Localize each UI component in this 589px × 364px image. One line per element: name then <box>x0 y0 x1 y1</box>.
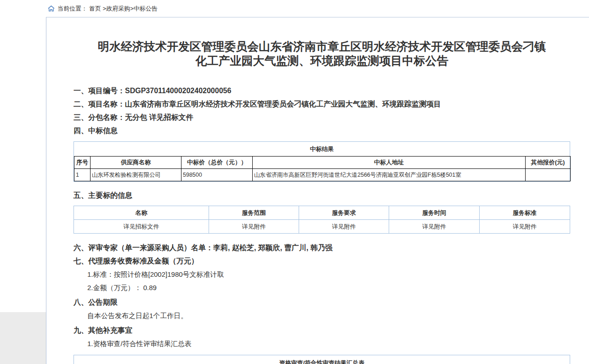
award-table-cell-price: 598500 <box>181 169 253 181</box>
notice-period-text: 自本公告发布之日起1个工作日。 <box>74 309 570 322</box>
section-agency-fee-heading: 七、代理服务收费标准及金额（万元） <box>74 254 570 268</box>
award-table-cell-supplier: 山东环发检验检测有限公司 <box>91 169 181 181</box>
award-table-header-cell: 中标价（总价（元）） <box>181 157 253 169</box>
breadcrumb-link-home[interactable]: 首页 <box>89 5 101 13</box>
award-table-cell-index: 1 <box>74 169 91 181</box>
subject-table-cell: 详见附件 <box>299 220 389 234</box>
award-table-header-cell: 中标人地址 <box>253 157 526 169</box>
award-table-caption: 中标结果 <box>74 142 570 156</box>
award-table-header-row: 序号 供应商名称 中标价（总价（元）） 中标人地址 其他报价(元) <box>74 157 571 169</box>
section-subpackage: 三、分包名称：无分包 详见招标文件 <box>74 111 570 124</box>
subject-table-header-cell: 服务范围 <box>209 206 299 220</box>
subject-table-cell: 详见招标文件 <box>74 220 209 234</box>
breadcrumb: 当前位置： 首页 > 政府采购 > 中标公告 <box>0 0 589 17</box>
other-item-text: 1.资格审查/符合性评审结果汇总表 <box>74 337 570 350</box>
award-table-header-cell: 序号 <box>74 157 91 169</box>
section-main-subject-heading: 五、主要标的信息 <box>74 189 570 202</box>
subject-table: 名称 服务范围 服务要求 服务时间 服务标准 详见招标文件 详见附件 详见附件 … <box>74 206 570 234</box>
subject-table-header-cell: 服务时间 <box>389 206 480 220</box>
subject-table-row: 详见招标文件 详见附件 详见附件 详见附件 详见附件 <box>74 220 570 234</box>
page-title: 明水经济技术开发区管理委员会山东省济南市章丘区明水经济技术开发区管理委员会刁镇化… <box>97 39 547 68</box>
award-result-table: 中标结果 序号 供应商名称 中标价（总价（元）） 中标人地址 其他报价(元) 1… <box>74 141 570 182</box>
content-panel: 明水经济技术开发区管理委员会山东省济南市章丘区明水经济技术开发区管理委员会刁镇化… <box>46 17 589 364</box>
subject-table-cell: 详见附件 <box>480 220 570 234</box>
award-table-header-cell: 其他报价(元) <box>526 157 571 169</box>
section-other-heading: 九、其他补充事宜 <box>74 324 570 337</box>
subject-table-header-cell: 服务要求 <box>299 206 389 220</box>
home-icon <box>48 6 55 12</box>
award-table-header-cell: 供应商名称 <box>91 157 181 169</box>
subject-table-cell: 详见附件 <box>389 220 480 234</box>
breadcrumb-link-category[interactable]: 政府采购 <box>106 5 130 13</box>
subject-table-cell: 详见附件 <box>209 220 299 234</box>
section-experts: 六、评审专家（单一来源采购人员）名单：李莉, 赵松芝, 郑颖欣, 曹广川, 韩乃… <box>74 241 570 254</box>
review-table-caption: 资格审查/符合性审查结果汇总表 <box>74 355 570 364</box>
award-table-row: 1 山东环发检验检测有限公司 598500 山东省济南市高新区巨野河街道世纪大道… <box>74 169 571 181</box>
subject-table-header-cell: 名称 <box>74 206 209 220</box>
award-table-cell-other-quote <box>526 169 571 181</box>
left-margin-shade <box>0 312 46 364</box>
section-award-info-heading: 四、中标信息 <box>74 124 570 137</box>
breadcrumb-label: 当前位置： <box>57 5 87 13</box>
breadcrumb-separator-1: > <box>101 5 106 12</box>
subject-table-header-row: 名称 服务范围 服务要求 服务时间 服务标准 <box>74 206 570 220</box>
fee-standard-text: 1.标准：按照计价格[2002]1980号文标准计取 <box>74 268 570 281</box>
section-project-no: 一、项目编号：SDGP370114000202402000056 <box>74 84 570 97</box>
subject-table-header-cell: 服务标准 <box>480 206 570 220</box>
award-table-cell-address: 山东省济南市高新区巨野河街道世纪大道2566号济南迪亚双创产业园F栋5楼501室 <box>253 169 526 181</box>
breadcrumb-separator-2: > <box>130 5 134 12</box>
section-project-name: 二、项目名称：山东省济南市章丘区明水经济技术开发区管理委员会刁镇化工产业园大气监… <box>74 97 570 111</box>
section-notice-period-heading: 八、公告期限 <box>74 296 570 309</box>
breadcrumb-link-page[interactable]: 中标公告 <box>134 5 158 13</box>
review-result-table: 资格审查/符合性审查结果汇总表 序号 投标人名称 审查结果 <box>74 355 570 364</box>
fee-amount-text: 2.金额（万元）： 0.89 <box>74 281 570 294</box>
